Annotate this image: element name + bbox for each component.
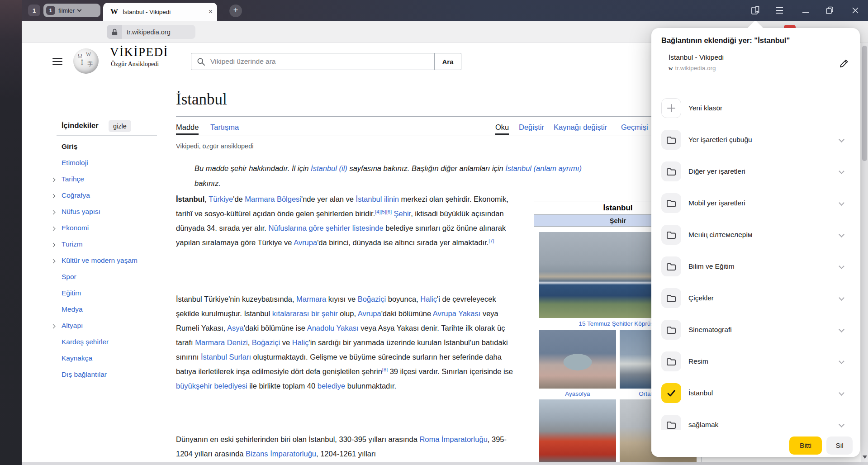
- toc-expand-chevron[interactable]: [51, 243, 56, 247]
- article-link[interactable]: Nüfuslarına göre şehirler listesinde: [269, 224, 384, 232]
- tab-talk[interactable]: Tartışma: [210, 123, 239, 132]
- article-link[interactable]: Bizans İmparatorluğu: [246, 450, 316, 458]
- infobox-image-tram[interactable]: [539, 399, 616, 465]
- wikipedia-wordmark[interactable]: VİKİPEDİ: [110, 45, 168, 59]
- article-link[interactable]: Şehir: [394, 209, 411, 218]
- active-tab[interactable]: W İstanbul - Vikipedi ×: [103, 3, 217, 21]
- article-link[interactable]: Anadolu Yakası: [307, 324, 359, 332]
- tab-group-count-badge[interactable]: 1: [28, 5, 40, 16]
- toc-item[interactable]: Nüfus yapısı: [51, 208, 173, 219]
- article-link[interactable]: Avrupa: [358, 309, 381, 318]
- search-input[interactable]: [209, 57, 434, 66]
- toc-item[interactable]: Altyapı: [51, 322, 173, 333]
- scrollbar-thumb[interactable]: [862, 46, 867, 161]
- toc-item-label[interactable]: Nüfus yapısı: [62, 208, 100, 216]
- search-button[interactable]: Ara: [434, 53, 461, 70]
- new-tab-button[interactable]: +: [229, 5, 242, 17]
- toc-item-label[interactable]: Ekonomi: [62, 224, 89, 232]
- article-link[interactable]: büyükşehir belediyesi: [176, 382, 247, 390]
- toc-item[interactable]: Kültür ve modern yaşam: [51, 256, 173, 268]
- toc-item-label[interactable]: Turizm: [62, 240, 83, 248]
- toc-hide-button[interactable]: gizle: [109, 120, 131, 132]
- article-link[interactable]: İstanbul (anlam ayrımı): [505, 164, 582, 172]
- lock-icon[interactable]: [107, 25, 122, 39]
- article-link[interactable]: Boğaziçi: [358, 295, 386, 303]
- toc-item[interactable]: Medya: [51, 305, 173, 317]
- close-window-icon[interactable]: [848, 4, 863, 17]
- bookmarks-panel-icon[interactable]: [748, 4, 763, 17]
- article-link[interactable]: Roma İmparatorluğu: [419, 435, 487, 443]
- toc-item[interactable]: Etimoloji: [51, 159, 173, 171]
- toc-expand-chevron[interactable]: [51, 178, 56, 182]
- article-link[interactable]: Marmara Denizi: [195, 338, 247, 346]
- chevron-down-icon[interactable]: [839, 358, 844, 364]
- toc-item-label[interactable]: Etimoloji: [62, 159, 88, 167]
- wiki-menu-icon[interactable]: [52, 58, 62, 66]
- toc-item-label[interactable]: Dış bağlantılar: [62, 370, 107, 379]
- bookmark-folder-row[interactable]: Sinematografi: [661, 314, 850, 346]
- toc-item-label[interactable]: Medya: [62, 305, 83, 313]
- chevron-down-icon[interactable]: [839, 232, 844, 237]
- toc-expand-chevron[interactable]: [51, 194, 56, 199]
- bookmark-folder-row[interactable]: Çiçekler: [661, 282, 850, 314]
- tab-edit[interactable]: Değiştir: [519, 123, 544, 132]
- menu-icon[interactable]: [772, 4, 787, 17]
- bookmark-folder-row[interactable]: Менің сілтемелерім: [661, 219, 850, 251]
- chevron-down-icon[interactable]: [839, 200, 844, 206]
- tab-close-icon[interactable]: ×: [209, 8, 213, 15]
- tab-history[interactable]: Geçmişi: [621, 123, 648, 132]
- article-link[interactable]: Asya: [227, 324, 244, 332]
- chevron-down-icon[interactable]: [839, 137, 844, 142]
- toc-item[interactable]: Giriş: [51, 142, 173, 154]
- toc-item-label[interactable]: Kültür ve modern yaşam: [62, 256, 138, 265]
- toc-item[interactable]: Spor: [51, 273, 173, 285]
- article-link[interactable]: İstanbul Surları: [201, 353, 251, 361]
- tab-article[interactable]: Madde: [176, 123, 199, 135]
- toc-item-label[interactable]: Eğitim: [62, 289, 81, 297]
- edit-bookmark-pencil-icon[interactable]: [839, 58, 850, 70]
- toc-expand-chevron[interactable]: [51, 227, 56, 231]
- tab-read[interactable]: Oku: [495, 123, 509, 135]
- article-link[interactable]: belediye: [318, 382, 345, 390]
- chevron-down-icon[interactable]: [839, 168, 844, 174]
- toc-item[interactable]: Ekonomi: [51, 224, 173, 236]
- search-box[interactable]: [191, 53, 435, 70]
- toc-item[interactable]: Coğrafya: [51, 191, 173, 203]
- toc-item[interactable]: Kardeş şehirler: [51, 338, 173, 350]
- reference-link[interactable]: [6]: [386, 209, 392, 214]
- infobox-image-hagia-sophia[interactable]: [539, 330, 616, 389]
- article-link[interactable]: Haliç: [292, 338, 309, 346]
- tab-edit-source[interactable]: Kaynağı değiştir: [554, 123, 607, 132]
- toc-expand-chevron[interactable]: [51, 259, 56, 264]
- toc-item-label[interactable]: Kaynakça: [62, 354, 92, 362]
- infobox-caption-hagia-sophia[interactable]: Ayasofya: [539, 389, 616, 399]
- toc-item-label[interactable]: Altyapı: [62, 322, 83, 330]
- toc-item-label[interactable]: Giriş: [62, 142, 77, 151]
- bookmark-folder-row[interactable]: İstanbul: [661, 377, 850, 409]
- tab-group-pill[interactable]: 1 filmler: [43, 4, 100, 17]
- bookmark-folder-row[interactable]: Diğer yer işaretleri: [661, 156, 850, 187]
- reference-link[interactable]: [8]: [382, 367, 388, 372]
- toc-item[interactable]: Turizm: [51, 240, 173, 252]
- chevron-down-icon[interactable]: [77, 7, 82, 12]
- article-link[interactable]: Haliç: [420, 295, 437, 303]
- reference-link[interactable]: [7]: [489, 238, 494, 243]
- article-link[interactable]: İstanbul ilinin: [356, 195, 399, 203]
- article-link[interactable]: Marmara Bölgesi: [245, 195, 301, 203]
- bookmark-folder-row[interactable]: Bilim ve Eğitim: [661, 251, 850, 282]
- chevron-down-icon[interactable]: [839, 295, 844, 301]
- chevron-down-icon[interactable]: [839, 327, 844, 332]
- toc-item[interactable]: Kaynakça: [51, 354, 173, 366]
- toc-item-label[interactable]: Spor: [62, 273, 76, 281]
- toc-item[interactable]: Eğitim: [51, 289, 173, 301]
- bookmark-folder-row[interactable]: Yer işaretleri çubuğu: [661, 124, 850, 156]
- new-folder-row[interactable]: Yeni klasör: [661, 92, 850, 124]
- toc-item-label[interactable]: Coğrafya: [62, 191, 90, 199]
- address-bar[interactable]: tr.wikipedia.org: [107, 25, 195, 39]
- chevron-down-icon[interactable]: [839, 422, 844, 427]
- toc-expand-chevron[interactable]: [51, 210, 56, 215]
- page-scrollbar[interactable]: [861, 43, 868, 462]
- chevron-down-icon[interactable]: [839, 263, 844, 269]
- article-link[interactable]: Boğaziçi: [252, 338, 280, 346]
- article-link[interactable]: Avrupa Yakası: [433, 309, 481, 318]
